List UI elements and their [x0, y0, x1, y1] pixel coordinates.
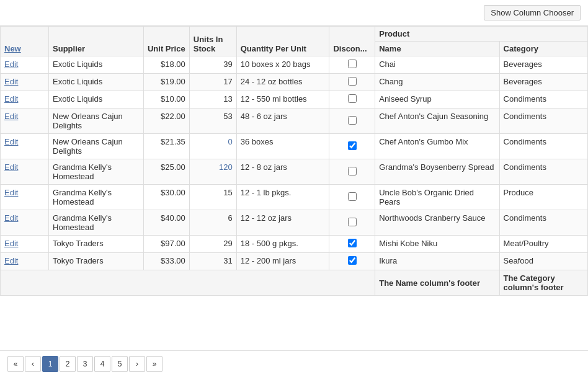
supplier-cell: Grandma Kelly's Homestead	[49, 159, 144, 185]
edit-link[interactable]: Edit	[4, 239, 18, 248]
unit-price-cell: $25.00	[143, 159, 189, 185]
product-name-cell: Uncle Bob's Organic Dried Pears	[375, 185, 499, 210]
discontinued-cell	[329, 253, 375, 270]
unit-price-cell: $19.00	[143, 74, 189, 91]
edit-cell: Edit	[1, 56, 49, 74]
edit-link[interactable]: Edit	[4, 188, 18, 197]
col-header-product-group: Product	[375, 27, 588, 42]
table-row: EditNew Orleans Cajun Delights$21.35036 …	[1, 134, 588, 159]
product-name-cell: Chang	[375, 74, 499, 91]
discontinued-cell	[329, 210, 375, 236]
discontinued-checkbox[interactable]	[348, 256, 357, 265]
discontinued-cell	[329, 91, 375, 109]
qty-per-unit-cell: 18 - 500 g pkgs.	[236, 236, 329, 253]
category-cell: Condiments	[499, 134, 587, 159]
table-row: EditExotic Liquids$19.001724 - 12 oz bot…	[1, 74, 588, 91]
col-header-discontinued: Discon...	[329, 27, 375, 56]
product-name-cell: Chai	[375, 56, 499, 74]
edit-cell: Edit	[1, 109, 49, 134]
unit-price-cell: $97.00	[143, 236, 189, 253]
unit-price-cell: $33.00	[143, 253, 189, 270]
discontinued-checkbox[interactable]	[348, 94, 357, 103]
edit-link[interactable]: Edit	[4, 112, 18, 121]
new-link[interactable]: New	[4, 44, 21, 53]
discontinued-checkbox[interactable]	[348, 167, 357, 175]
pagination-page-1[interactable]: 1	[42, 356, 58, 372]
edit-link[interactable]: Edit	[4, 60, 18, 69]
discontinued-checkbox[interactable]	[348, 141, 357, 150]
product-name-cell: Aniseed Syrup	[375, 91, 499, 109]
pagination-page-2[interactable]: 2	[60, 356, 76, 372]
qty-per-unit-cell: 12 - 550 ml bottles	[236, 91, 329, 109]
edit-link[interactable]: Edit	[4, 94, 18, 104]
edit-link[interactable]: Edit	[4, 213, 18, 223]
discontinued-cell	[329, 74, 375, 91]
supplier-cell: Exotic Liquids	[49, 91, 144, 109]
discontinued-checkbox[interactable]	[348, 192, 357, 201]
category-cell: Meat/Poultry	[499, 236, 587, 253]
discontinued-checkbox[interactable]	[348, 218, 357, 226]
col-header-new: New	[1, 27, 49, 56]
col-header-category: Category	[499, 42, 587, 56]
unit-price-cell: $22.00	[143, 109, 189, 134]
pagination-page-3[interactable]: 3	[77, 356, 93, 372]
qty-per-unit-cell: 36 boxes	[236, 134, 329, 159]
units-in-stock-cell: 53	[189, 109, 236, 134]
supplier-cell: Exotic Liquids	[49, 74, 144, 91]
units-in-stock-cell: 29	[189, 236, 236, 253]
show-column-chooser-button[interactable]: Show Column Chooser	[484, 5, 581, 20]
units-in-stock-cell: 39	[189, 56, 236, 74]
discontinued-checkbox[interactable]	[348, 239, 357, 247]
units-in-stock-cell: 6	[189, 210, 236, 236]
toolbar: Show Column Chooser	[0, 0, 588, 25]
pagination-page-4[interactable]: 4	[94, 356, 110, 372]
grid-wrapper: New Supplier Unit Price Units In Stock Q…	[0, 25, 588, 350]
qty-per-unit-cell: 48 - 6 oz jars	[236, 109, 329, 134]
edit-link[interactable]: Edit	[4, 162, 18, 172]
units-in-stock-cell: 13	[189, 91, 236, 109]
pagination-page-5[interactable]: 5	[112, 356, 128, 372]
discontinued-cell	[329, 134, 375, 159]
pagination: « ‹ 1 2 3 4 5 › »	[0, 350, 588, 377]
edit-link[interactable]: Edit	[4, 77, 18, 86]
category-cell: Condiments	[499, 109, 587, 134]
pagination-prev[interactable]: ‹	[25, 356, 41, 372]
table-row: EditGrandma Kelly's Homestead$25.0012012…	[1, 159, 588, 185]
pagination-first[interactable]: «	[7, 356, 24, 372]
app-container: Show Column Chooser New Supplier	[0, 0, 588, 377]
product-name-cell: Northwoods Cranberry Sauce	[375, 210, 499, 236]
supplier-cell: New Orleans Cajun Delights	[49, 134, 144, 159]
table-row: EditExotic Liquids$10.001312 - 550 ml bo…	[1, 91, 588, 109]
qty-per-unit-cell: 12 - 200 ml jars	[236, 253, 329, 270]
product-name-cell: Mishi Kobe Niku	[375, 236, 499, 253]
discontinued-checkbox[interactable]	[348, 77, 357, 86]
discontinued-cell	[329, 56, 375, 74]
col-header-supplier: Supplier	[49, 27, 144, 56]
footer-product-name: The Name column's footer	[375, 270, 499, 296]
footer-row: The Name column's footer The Category co…	[1, 270, 588, 296]
table-row: EditTokyo Traders$97.002918 - 500 g pkgs…	[1, 236, 588, 253]
col-header-qty-per-unit: Quantity Per Unit	[236, 27, 329, 56]
edit-cell: Edit	[1, 159, 49, 185]
discontinued-checkbox[interactable]	[348, 116, 357, 125]
table-row: EditGrandma Kelly's Homestead$30.001512 …	[1, 185, 588, 210]
unit-price-cell: $21.35	[143, 134, 189, 159]
units-in-stock-cell: 120	[189, 159, 236, 185]
qty-per-unit-cell: 10 boxes x 20 bags	[236, 56, 329, 74]
supplier-cell: Grandma Kelly's Homestead	[49, 210, 144, 236]
edit-cell: Edit	[1, 253, 49, 270]
discontinued-cell	[329, 185, 375, 210]
edit-link[interactable]: Edit	[4, 256, 18, 265]
edit-link[interactable]: Edit	[4, 137, 18, 146]
data-grid: New Supplier Unit Price Units In Stock Q…	[0, 26, 588, 296]
pagination-last[interactable]: »	[146, 356, 163, 372]
discontinued-checkbox[interactable]	[348, 60, 357, 68]
unit-price-cell: $30.00	[143, 185, 189, 210]
unit-price-cell: $10.00	[143, 91, 189, 109]
edit-cell: Edit	[1, 185, 49, 210]
col-header-product-name: Name	[375, 42, 499, 56]
pagination-next[interactable]: ›	[129, 356, 145, 372]
qty-per-unit-cell: 12 - 8 oz jars	[236, 159, 329, 185]
table-row: EditGrandma Kelly's Homestead$40.00612 -…	[1, 210, 588, 236]
category-cell: Condiments	[499, 210, 587, 236]
